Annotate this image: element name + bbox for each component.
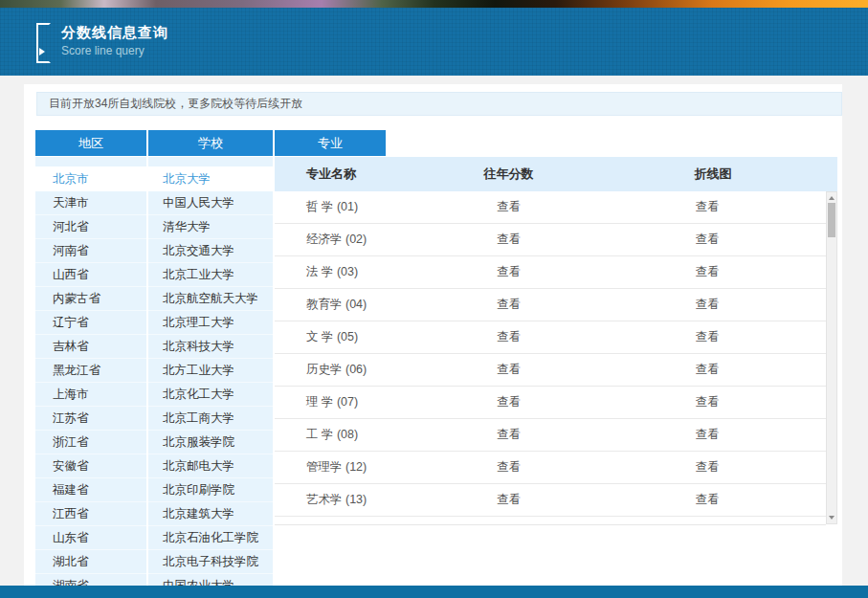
school-item[interactable]: 北方工业大学	[148, 359, 273, 383]
major-row: 管理学 (12)查看查看	[275, 452, 826, 484]
tab-region[interactable]: 地区	[35, 130, 146, 156]
major-name: 理 学 (07)	[275, 394, 429, 410]
major-name: 历史学 (06)	[275, 362, 429, 378]
region-item[interactable]: 安徽省	[35, 454, 146, 478]
region-item[interactable]: 上海市	[35, 383, 146, 407]
region-item[interactable]: 辽宁省	[35, 311, 146, 335]
column-header-major-name: 专业名称	[275, 166, 429, 183]
view-scores-link[interactable]: 查看	[429, 232, 589, 248]
scrollbar-up-icon[interactable]	[827, 193, 836, 203]
door-arrow-icon	[36, 23, 51, 63]
region-item[interactable]: 黑龙江省	[35, 359, 146, 383]
school-item[interactable]: 北京服装学院	[148, 431, 273, 454]
majors-panel: 专业名称 往年分数 折线图 哲 学 (01)查看查看经济学 (02)查看查看法 …	[275, 157, 837, 524]
region-item[interactable]: 河北省	[35, 215, 146, 239]
school-item[interactable]: 北京交通大学	[148, 239, 273, 263]
page-title: 分数线信息查询	[61, 24, 168, 42]
region-list: 北京市天津市河北省河南省山西省内蒙古省辽宁省吉林省黑龙江省上海市江苏省浙江省安徽…	[35, 157, 146, 586]
school-item[interactable]: 北京建筑大学	[148, 502, 273, 526]
region-item[interactable]: 北京市	[35, 166, 146, 191]
school-item[interactable]: 北京大学	[148, 166, 273, 191]
major-row: 文 学 (05)查看查看	[275, 321, 826, 354]
region-item[interactable]: 福建省	[35, 478, 146, 502]
banner-photo-strip	[0, 0, 868, 8]
school-list: 北京大学中国人民大学清华大学北京交通大学北京工业大学北京航空航天大学北京理工大学…	[148, 157, 273, 586]
school-item[interactable]: 北京印刷学院	[148, 478, 273, 502]
view-chart-link[interactable]: 查看	[589, 297, 826, 313]
major-row: 哲 学 (01)查看查看	[275, 191, 826, 224]
view-chart-link[interactable]: 查看	[589, 362, 826, 378]
major-name: 法 学 (03)	[275, 264, 429, 280]
region-item[interactable]: 江苏省	[35, 407, 146, 431]
school-item[interactable]: 中国人民大学	[148, 191, 273, 215]
school-item[interactable]: 北京航空航天大学	[148, 287, 273, 311]
view-chart-link[interactable]: 查看	[589, 199, 826, 215]
page-subtitle: Score line query	[61, 44, 145, 57]
scrollbar-down-icon[interactable]	[827, 513, 836, 522]
majors-table-body: 哲 学 (01)查看查看经济学 (02)查看查看法 学 (03)查看查看教育学 …	[275, 191, 826, 525]
majors-table-header: 专业名称 往年分数 折线图	[275, 157, 837, 191]
major-name: 文 学 (05)	[275, 329, 429, 345]
school-item[interactable]: 清华大学	[148, 215, 273, 239]
column-header-past-scores: 往年分数	[429, 166, 589, 183]
school-item[interactable]: 北京化工大学	[148, 383, 273, 407]
tab-school[interactable]: 学校	[148, 130, 273, 156]
scrollbar-thumb[interactable]	[828, 203, 835, 237]
region-item[interactable]: 浙江省	[35, 431, 146, 454]
major-name: 经济学 (02)	[275, 232, 429, 248]
view-scores-link[interactable]: 查看	[429, 297, 589, 313]
school-item[interactable]: 北京工业大学	[148, 263, 273, 287]
school-item[interactable]: 北京工商大学	[148, 407, 273, 431]
region-item[interactable]: 山西省	[35, 263, 146, 287]
region-item[interactable]: 天津市	[35, 191, 146, 215]
major-name: 管理学 (12)	[275, 459, 429, 476]
view-scores-link[interactable]: 查看	[429, 264, 589, 280]
tab-major[interactable]: 专业	[275, 130, 386, 156]
content-card: 目前开放34所自划线院校，更多院校等待后续开放 地区 学校 专业 北京市天津市河…	[24, 84, 842, 586]
school-item[interactable]: 中国农业大学	[148, 574, 273, 586]
view-chart-link[interactable]: 查看	[589, 329, 826, 345]
view-chart-link[interactable]: 查看	[589, 232, 826, 248]
major-row: 历史学 (06)查看查看	[275, 354, 826, 387]
view-chart-link[interactable]: 查看	[589, 264, 826, 280]
school-item[interactable]: 北京理工大学	[148, 311, 273, 335]
region-item[interactable]: 吉林省	[35, 335, 146, 359]
major-row: 教育学 (04)查看查看	[275, 289, 826, 321]
view-scores-link[interactable]: 查看	[429, 394, 589, 410]
view-scores-link[interactable]: 查看	[429, 427, 589, 443]
major-name: 艺术学 (13)	[275, 492, 429, 508]
column-header-line-chart: 折线图	[589, 166, 837, 183]
view-scores-link[interactable]: 查看	[429, 329, 589, 345]
view-chart-link[interactable]: 查看	[589, 394, 826, 410]
major-row: 工 学 (08)查看查看	[275, 419, 826, 452]
scrollbar[interactable]	[826, 191, 837, 524]
region-item[interactable]: 湖南省	[35, 574, 146, 586]
major-row: 艺术学 (13)查看查看	[275, 484, 826, 517]
view-scores-link[interactable]: 查看	[429, 362, 589, 378]
major-row: 理 学 (07)查看查看	[275, 387, 826, 419]
view-scores-link[interactable]: 查看	[429, 199, 589, 215]
major-name: 教育学 (04)	[275, 297, 429, 313]
view-chart-link[interactable]: 查看	[589, 492, 826, 508]
major-name: 工 学 (08)	[275, 427, 429, 443]
school-item[interactable]: 北京科技大学	[148, 335, 273, 359]
region-item[interactable]: 湖北省	[35, 550, 146, 574]
view-chart-link[interactable]: 查看	[589, 459, 826, 476]
page-header: 分数线信息查询 Score line query	[0, 8, 868, 76]
page-footer	[0, 586, 868, 598]
region-item[interactable]: 内蒙古省	[35, 287, 146, 311]
major-row: 法 学 (03)查看查看	[275, 256, 826, 289]
major-row: 经济学 (02)查看查看	[275, 224, 826, 256]
school-item[interactable]: 北京邮电大学	[148, 454, 273, 478]
major-name: 哲 学 (01)	[275, 199, 429, 215]
school-item[interactable]: 北京石油化工学院	[148, 526, 273, 550]
region-item[interactable]: 河南省	[35, 239, 146, 263]
region-item[interactable]: 山东省	[35, 526, 146, 550]
school-item[interactable]: 北京电子科技学院	[148, 550, 273, 574]
view-scores-link[interactable]: 查看	[429, 459, 589, 476]
view-scores-link[interactable]: 查看	[429, 492, 589, 508]
notice-bar: 目前开放34所自划线院校，更多院校等待后续开放	[36, 92, 842, 116]
region-item[interactable]: 江西省	[35, 502, 146, 526]
view-chart-link[interactable]: 查看	[589, 427, 826, 443]
